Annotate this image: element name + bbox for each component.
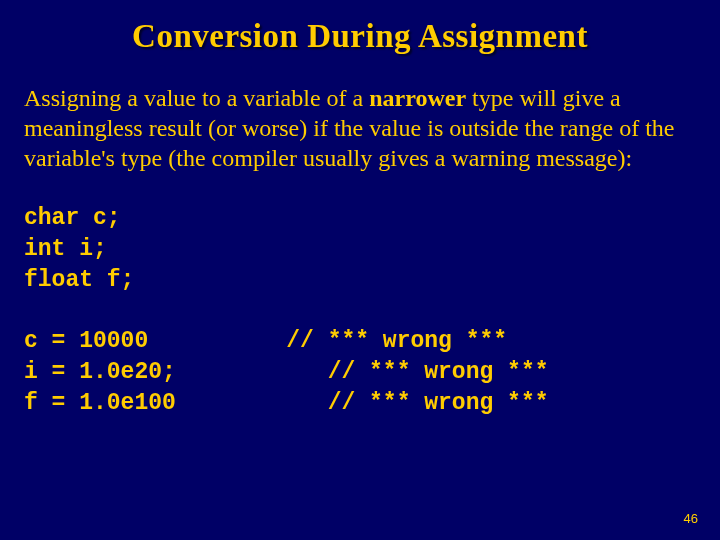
code-declarations: char c; int i; float f; [24,203,696,296]
slide: Conversion During Assignment Assigning a… [0,0,720,540]
code-assignments: c = 10000 // *** wrong *** i = 1.0e20; /… [24,326,696,419]
body-paragraph: Assigning a value to a variable of a nar… [24,83,696,173]
paragraph-text-pre: Assigning a value to a variable of a [24,85,369,111]
paragraph-bold-word: narrower [369,85,466,111]
page-number: 46 [684,511,698,526]
slide-title: Conversion During Assignment [24,18,696,55]
